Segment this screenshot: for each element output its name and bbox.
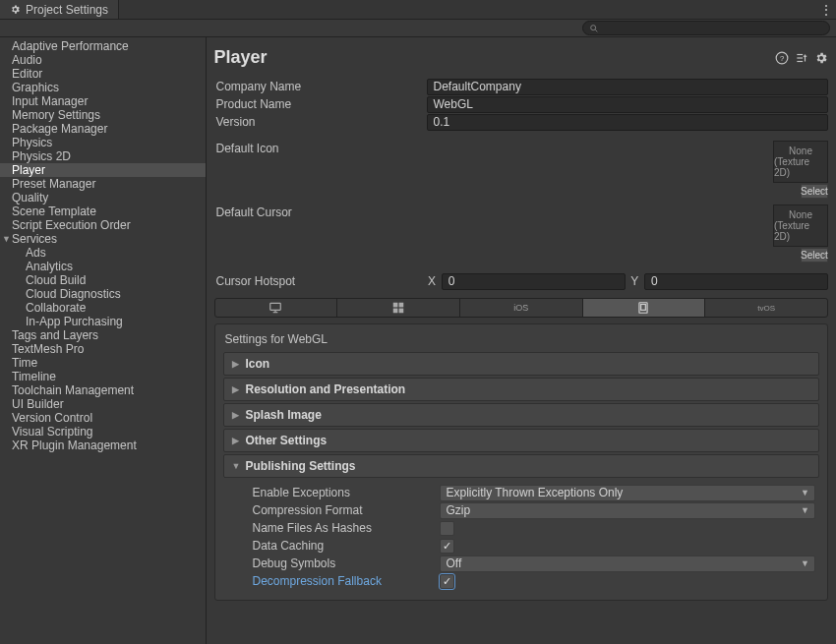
search-icon (589, 24, 599, 33)
sidebar-item-time[interactable]: Time (0, 356, 206, 370)
search-input[interactable] (603, 23, 823, 34)
svg-rect-15 (399, 309, 404, 314)
sidebar-item-script-execution-order[interactable]: Script Execution Order (0, 218, 206, 232)
help-icon[interactable]: ? (775, 51, 789, 65)
sidebar-item-physics-2d[interactable]: Physics 2D (0, 149, 206, 163)
platform-tab-uwp[interactable] (337, 299, 460, 317)
publishing-body: Enable Exceptions Explicitly Thrown Exce… (223, 480, 820, 592)
sidebar-item-xr-plugin-management[interactable]: XR Plugin Management (0, 439, 206, 452)
sidebar-item-toolchain-management[interactable]: Toolchain Management (0, 383, 206, 397)
sidebar-item-preset-manager[interactable]: Preset Manager (0, 177, 206, 191)
window-title: Project Settings (26, 3, 108, 17)
cursor-hotspot-x-input[interactable]: 0 (442, 273, 626, 290)
foldout-publishing[interactable]: ▼Publishing Settings (223, 454, 820, 478)
sidebar-item-memory-settings[interactable]: Memory Settings (0, 108, 206, 122)
slot-none-text: None (789, 209, 812, 220)
sidebar-item-audio[interactable]: Audio (0, 53, 206, 67)
foldout-icon[interactable]: ▶Icon (223, 352, 820, 376)
main-panel: Player ? Company Name DefaultCompany Pro… (207, 37, 837, 644)
webgl-icon (636, 301, 650, 315)
sidebar-item-scene-template[interactable]: Scene Template (0, 205, 206, 218)
caret-right-icon: ▶ (232, 359, 240, 369)
version-label: Version (214, 115, 423, 129)
sidebar-item-analytics[interactable]: Analytics (0, 260, 206, 273)
sidebar-item-textmesh-pro[interactable]: TextMesh Pro (0, 342, 206, 356)
sidebar-item-services[interactable]: ▼Services (0, 232, 206, 246)
sidebar-item-version-control[interactable]: Version Control (0, 411, 206, 425)
sidebar-item-timeline[interactable]: Timeline (0, 370, 206, 383)
platform-tab-desktop[interactable] (215, 299, 338, 317)
more-menu-icon[interactable]: ⋮ (816, 0, 836, 19)
compression-value: Gzip (447, 503, 471, 517)
cursor-hotspot-y-input[interactable]: 0 (644, 273, 828, 290)
sidebar-item-cloud-build[interactable]: Cloud Build (0, 273, 206, 287)
default-cursor-slot[interactable]: None (Texture 2D) (773, 205, 828, 247)
foldout-resolution[interactable]: ▶Resolution and Presentation (223, 378, 820, 401)
platform-tabs: iOS tvOS (214, 298, 829, 318)
version-input[interactable]: 0.1 (427, 114, 829, 131)
default-cursor-label: Default Cursor (214, 205, 423, 219)
sidebar-item-ui-builder[interactable]: UI Builder (0, 397, 206, 411)
sidebar-item-player[interactable]: Player (0, 163, 206, 177)
ios-icon: iOS (513, 303, 528, 313)
svg-point-0 (591, 25, 596, 29)
company-name-label: Company Name (214, 80, 423, 93)
sidebar-item-collaborate[interactable]: Collaborate (0, 301, 206, 315)
platform-tab-tvos[interactable]: tvOS (705, 299, 827, 317)
foldout-publishing-label: Publishing Settings (246, 459, 356, 473)
svg-rect-9 (270, 303, 281, 310)
cursor-hotspot-label: Cursor Hotspot (214, 274, 423, 288)
debug-symbols-label: Debug Symbols (227, 556, 436, 570)
caret-right-icon: ▶ (232, 410, 240, 420)
foldout-splash-label: Splash Image (246, 408, 322, 422)
sidebar-item-package-manager[interactable]: Package Manager (0, 122, 206, 136)
slot-none-text: None (789, 146, 812, 156)
settings-gear-icon[interactable] (814, 51, 828, 65)
decompression-fallback-checkbox[interactable]: ✓ (440, 574, 454, 589)
default-icon-select-button[interactable]: Select (801, 184, 828, 199)
decompression-fallback-label: Decompression Fallback (227, 574, 436, 588)
name-hashes-checkbox[interactable] (440, 521, 454, 536)
sidebar-item-quality[interactable]: Quality (0, 191, 206, 205)
debug-symbols-dropdown[interactable]: Off▼ (440, 556, 816, 572)
foldout-splash[interactable]: ▶Splash Image (223, 403, 820, 427)
chevron-down-icon: ▼ (801, 488, 809, 498)
product-name-input[interactable]: WebGL (427, 96, 829, 113)
sidebar-item-in-app-purchasing[interactable]: In-App Purchasing (0, 315, 206, 328)
default-icon-label: Default Icon (214, 141, 423, 155)
platform-tab-ios[interactable]: iOS (460, 299, 583, 317)
svg-rect-14 (393, 309, 398, 314)
preset-icon[interactable] (795, 51, 808, 65)
svg-rect-13 (399, 303, 404, 308)
compression-dropdown[interactable]: Gzip▼ (440, 502, 816, 519)
enable-exceptions-label: Enable Exceptions (227, 486, 436, 499)
platform-tab-webgl[interactable] (583, 299, 706, 317)
sidebar-item-graphics[interactable]: Graphics (0, 81, 206, 94)
caret-down-icon: ▼ (2, 232, 11, 246)
foldout-other[interactable]: ▶Other Settings (223, 429, 820, 452)
settings-caption: Settings for WebGL (223, 332, 820, 346)
sidebar-item-physics[interactable]: Physics (0, 136, 206, 149)
sidebar-item-visual-scripting[interactable]: Visual Scripting (0, 425, 206, 439)
window-tab[interactable]: Project Settings (0, 0, 119, 19)
sidebar-item-editor[interactable]: Editor (0, 67, 206, 81)
searchbar (0, 20, 836, 37)
sidebar-item-cloud-diagnostics[interactable]: Cloud Diagnostics (0, 287, 206, 301)
sidebar-item-adaptive-performance[interactable]: Adaptive Performance (0, 39, 206, 53)
foldout-other-label: Other Settings (246, 434, 328, 447)
svg-rect-12 (393, 303, 398, 308)
foldout-icon-label: Icon (246, 357, 270, 371)
default-icon-slot[interactable]: None (Texture 2D) (773, 141, 828, 183)
company-name-input[interactable]: DefaultCompany (427, 79, 829, 95)
windows-icon (391, 301, 405, 315)
data-caching-checkbox[interactable]: ✓ (440, 539, 454, 554)
data-caching-label: Data Caching (227, 539, 436, 553)
sidebar-item-tags-and-layers[interactable]: Tags and Layers (0, 328, 206, 342)
default-cursor-select-button[interactable]: Select (801, 248, 828, 263)
search-field[interactable] (582, 21, 830, 35)
x-label: X (427, 274, 438, 288)
sidebar-item-ads[interactable]: Ads (0, 246, 206, 260)
enable-exceptions-dropdown[interactable]: Explicitly Thrown Exceptions Only▼ (440, 485, 816, 501)
sidebar: Adaptive PerformanceAudioEditorGraphicsI… (0, 37, 207, 644)
sidebar-item-input-manager[interactable]: Input Manager (0, 94, 206, 108)
